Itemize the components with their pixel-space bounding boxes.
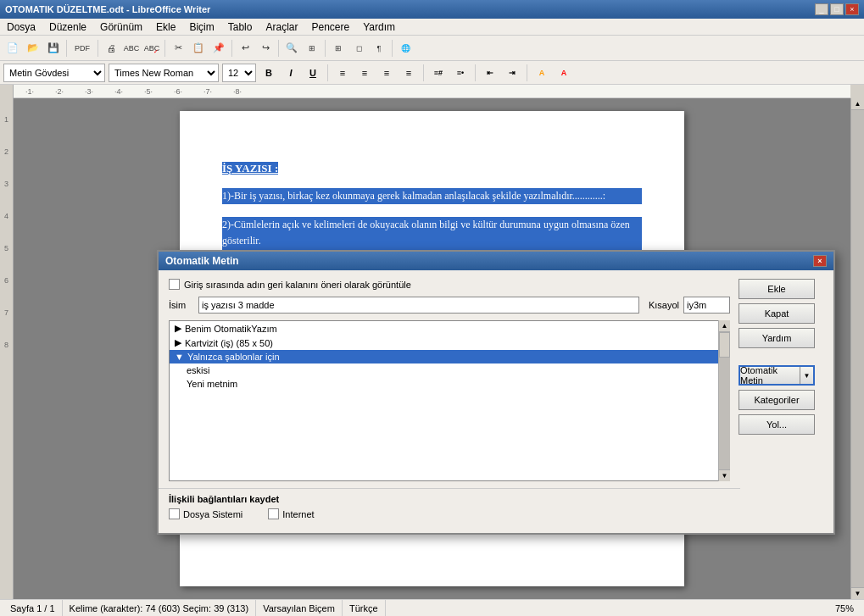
autotext-list[interactable]: ▶ Benim OtomatikYazım ▶ Kartvizit (iş) (…: [169, 320, 730, 481]
document-heading: İŞ YAZISI :: [222, 162, 278, 175]
document-para2: 2)-Cümlelerin açık ve kelimeleri de okuy…: [222, 217, 642, 249]
paragraph-style-select[interactable]: Metin Gövdesi: [3, 64, 105, 82]
draw-button[interactable]: ◻: [349, 39, 368, 58]
menu-ekle[interactable]: Ekle: [153, 20, 179, 34]
page-top-margin: [222, 136, 642, 162]
scroll-down-button[interactable]: ▼: [851, 587, 864, 599]
minimize-button[interactable]: _: [815, 3, 828, 15]
format-separator-1: [327, 64, 328, 81]
ruler-corner: [0, 85, 14, 98]
navigator-button[interactable]: ⊞: [303, 39, 321, 58]
format-bar: Metin Gövdesi Times New Roman 12 B I U ≡…: [0, 61, 864, 85]
copy-button[interactable]: 📋: [189, 39, 208, 58]
list-scroll-thumb[interactable]: [719, 332, 730, 358]
ruler-right: [850, 85, 864, 98]
italic-button[interactable]: I: [281, 64, 300, 82]
internet-checkbox[interactable]: [268, 508, 279, 519]
format-separator-4: [527, 64, 527, 81]
toolbar-separator-2: [98, 40, 98, 57]
open-button[interactable]: 📂: [24, 39, 42, 58]
window-title: OTOMATIK DÜZELTME.odt - LibreOffice Writ…: [5, 4, 210, 14]
highlight-button[interactable]: A: [532, 64, 551, 82]
bullets-button[interactable]: ≡•: [451, 64, 470, 82]
list-item-eskisi[interactable]: eskisi: [170, 363, 729, 377]
toolbar-separator-5: [278, 40, 279, 57]
suggestion-checkbox[interactable]: [169, 279, 180, 290]
bold-button[interactable]: B: [259, 64, 278, 82]
list-item-yalnizca[interactable]: ▼ Yalnızca şablonlar için: [170, 350, 729, 363]
list-scroll-up[interactable]: ▲: [719, 320, 730, 332]
align-justify-button[interactable]: ≡: [399, 64, 418, 82]
undo-button[interactable]: ↩: [236, 39, 254, 58]
fontcolor-button[interactable]: A: [555, 64, 573, 82]
otomatik-metin-button[interactable]: Otomatik Metin: [740, 367, 800, 384]
increase-indent-button[interactable]: ⇥: [503, 64, 521, 82]
dialog-close-button[interactable]: ×: [813, 255, 827, 267]
kategoriler-button[interactable]: Kategoriler: [739, 390, 815, 410]
list-item-benim[interactable]: ▶ Benim OtomatikYazım: [170, 321, 729, 336]
scroll-up-button[interactable]: ▲: [851, 98, 864, 110]
align-center-button[interactable]: ≡: [355, 64, 374, 82]
yardim-button[interactable]: Yardım: [739, 328, 815, 348]
dialog-body: Giriş sırasında adın geri kalanını öneri…: [159, 270, 833, 533]
new-button[interactable]: 📄: [3, 39, 22, 58]
maximize-button[interactable]: □: [830, 3, 844, 15]
list-scroll-down[interactable]: ▼: [719, 469, 730, 481]
decrease-indent-button[interactable]: ⇤: [481, 64, 499, 82]
kisayol-input[interactable]: [683, 297, 730, 314]
menu-yardim[interactable]: Yardım: [360, 20, 399, 34]
find-button[interactable]: 🔍: [282, 39, 301, 58]
menu-duzenle[interactable]: Düzenle: [46, 20, 90, 34]
dialog-right-panel: Ekle Kapat Yardım Otomatik Metin ▼ Kateg…: [739, 279, 823, 524]
menu-araclar[interactable]: Araçlar: [262, 20, 301, 34]
toolbar-separator-6: [325, 40, 326, 57]
dialog-title-bar: Otomatik Metin ×: [159, 252, 833, 270]
close-button[interactable]: ×: [845, 3, 859, 15]
save-button[interactable]: 💾: [44, 39, 63, 58]
font-name-select[interactable]: Times New Roman: [109, 64, 219, 82]
dosya-sistemi-check: Dosya Sistemi: [169, 508, 242, 519]
isim-label: İsim: [169, 300, 194, 310]
menu-pencere[interactable]: Pencere: [308, 20, 353, 34]
cut-button[interactable]: ✂: [169, 39, 187, 58]
align-right-button[interactable]: ≡: [377, 64, 396, 82]
print-button[interactable]: 🖨: [102, 39, 120, 58]
ekle-button[interactable]: Ekle: [739, 279, 815, 299]
pdf-button[interactable]: PDF: [70, 39, 94, 58]
title-bar: OTOMATIK DÜZELTME.odt - LibreOffice Writ…: [0, 0, 864, 19]
spellcheck-button[interactable]: ABC: [122, 39, 141, 58]
list-item-yeni[interactable]: Yeni metnim: [170, 377, 729, 391]
suggestion-checkbox-label: Giriş sırasında adın geri kalanını öneri…: [184, 280, 411, 290]
font-size-select[interactable]: 12: [222, 64, 256, 82]
kapat-button[interactable]: Kapat: [739, 303, 815, 324]
dosya-sistemi-checkbox[interactable]: [169, 508, 180, 519]
menu-dosya[interactable]: Dosya: [3, 20, 39, 34]
spellcheck2-button[interactable]: ABC✓: [142, 39, 161, 58]
toolbar-separator-7: [392, 40, 393, 57]
menu-tablo[interactable]: Tablo: [225, 20, 256, 34]
expand-icon-benim: ▶: [175, 323, 181, 334]
otomatik-metin-dropdown-arrow[interactable]: ▼: [800, 367, 813, 384]
underline-button[interactable]: U: [304, 64, 322, 82]
document-para1: 1)-Bir iş yazısı, birkaç kez okunmaya ge…: [222, 188, 642, 204]
table-button[interactable]: ⊞: [329, 39, 348, 58]
right-scrollbar[interactable]: ▲ ▼: [850, 98, 864, 599]
paste-button[interactable]: 📌: [209, 39, 228, 58]
numbering-button[interactable]: ≡#: [429, 64, 448, 82]
suggestion-checkbox-row: Giriş sırasında adın geri kalanını öneri…: [169, 279, 730, 290]
kisayol-label: Kısayol: [649, 300, 679, 310]
menu-gorunum[interactable]: Görünüm: [97, 20, 146, 34]
isim-input[interactable]: [198, 297, 639, 314]
list-item-kartvizit[interactable]: ▶ Kartvizit (iş) (85 x 50): [170, 336, 729, 350]
zoom-button[interactable]: 🌐: [396, 39, 415, 58]
align-left-button[interactable]: ≡: [333, 64, 352, 82]
related-label: İlişkili bağlantıları kaydet: [169, 494, 730, 504]
list-scrollbar[interactable]: ▲ ▼: [718, 320, 730, 481]
page-status: Sayfa 1 / 1: [3, 600, 63, 616]
otomatik-metin-dropdown[interactable]: Otomatik Metin ▼: [739, 365, 815, 386]
redo-button[interactable]: ↪: [256, 39, 275, 58]
menu-bicim[interactable]: Biçim: [186, 20, 217, 34]
yol-button[interactable]: Yol...: [739, 414, 815, 435]
format-separator-3: [475, 64, 476, 81]
fieldnames-button[interactable]: ¶: [370, 39, 388, 58]
